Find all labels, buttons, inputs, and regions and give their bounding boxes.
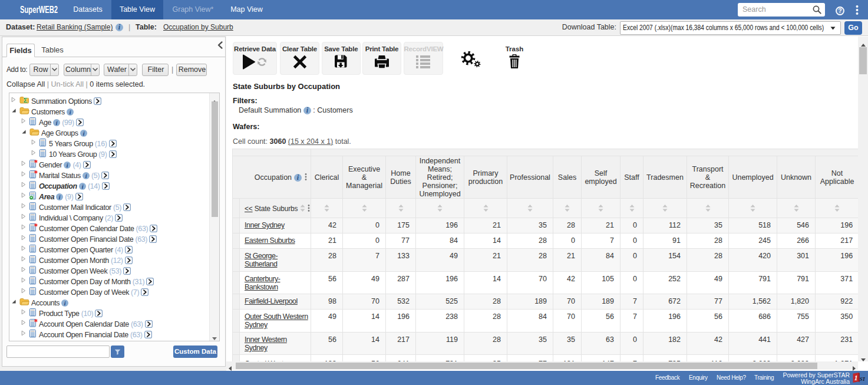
svg-text:i: i <box>118 24 121 31</box>
svg-text:i: i <box>296 174 299 182</box>
svg-text:1: 1 <box>854 374 858 381</box>
svg-text:?: ? <box>838 7 841 14</box>
svg-text:Σ: Σ <box>24 97 28 104</box>
svg-text:ST: ST <box>860 376 865 382</box>
svg-text:i: i <box>306 107 309 114</box>
